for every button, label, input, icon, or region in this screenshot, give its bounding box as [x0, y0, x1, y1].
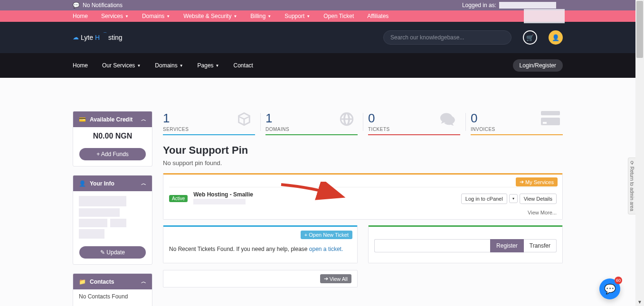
scroll-down-arrow[interactable]: ▼ — [635, 297, 644, 306]
transfer-domain-button[interactable]: Transfer — [524, 239, 557, 252]
view-all-button[interactable]: ➔ View All — [320, 274, 351, 283]
menu-support[interactable]: Support ▼ — [284, 13, 310, 19]
login-register-button[interactable]: Login/Register — [513, 59, 563, 72]
sidebar: 💳 Available Credit ︿ N0.00 NGN + Add Fun… — [73, 111, 152, 306]
stat-tickets[interactable]: 0 TICKETS — [368, 111, 460, 134]
site-navbar: Home Our Services ▼ Domains ▼ Pages ▼ Co… — [0, 53, 635, 78]
svg-rect-1 — [541, 118, 560, 125]
my-services-card: ➔ My Services Active Web Hosting - Small… — [163, 173, 563, 220]
menu-services[interactable]: Services ▼ — [101, 13, 129, 19]
menu-domains[interactable]: Domains ▼ — [142, 13, 170, 19]
view-details-button[interactable]: View Details — [520, 194, 557, 204]
comments-icon — [440, 111, 457, 130]
redacted-overlay — [524, 9, 565, 23]
search-input[interactable] — [390, 34, 504, 41]
stat-invoices[interactable]: 0 INVOICES — [471, 111, 563, 134]
your-info-card: 👤 Your Info ︿ ✎ Update — [73, 175, 152, 265]
credit-card-icon: 💳 — [79, 116, 86, 123]
arrow-right-icon: ➔ — [324, 276, 328, 282]
globe-icon — [339, 111, 355, 130]
open-new-ticket-button[interactable]: + Open New Ticket — [301, 231, 352, 239]
update-info-button[interactable]: ✎ Update — [79, 246, 146, 259]
cart-button[interactable]: 🛒 — [523, 30, 537, 45]
credit-amount: N0.00 NGN — [73, 127, 152, 145]
primary-menubar: Home Services ▼ Domains ▼ Website & Secu… — [0, 10, 635, 22]
domain-input[interactable] — [374, 239, 490, 252]
header-band: ☁ LyteH⌒sting 🛒 👤 — [0, 22, 635, 53]
notifications-indicator[interactable]: 💬 No Notifications — [73, 2, 123, 9]
nav-home[interactable]: Home — [73, 62, 88, 69]
stats-row: 1 SERVICES 1 DOMAINS — [163, 111, 563, 134]
support-pin-heading: Your Support Pin — [163, 144, 563, 157]
domain-register-card: Register Transfer — [368, 225, 563, 263]
available-credit-card: 💳 Available Credit ︿ N0.00 NGN + Add Fun… — [73, 111, 152, 167]
chevron-down-icon: ▾ — [512, 196, 514, 201]
stat-services[interactable]: 1 SERVICES — [163, 111, 255, 134]
brand-logo[interactable]: ☁ LyteH⌒sting — [73, 34, 123, 41]
svg-rect-2 — [543, 122, 547, 124]
chevron-down-icon: ▼ — [216, 64, 219, 68]
menu-open-ticket[interactable]: Open Ticket — [323, 13, 354, 19]
scrollbar-thumb[interactable] — [636, 1, 643, 58]
add-funds-button[interactable]: + Add Funds — [79, 148, 146, 160]
nav-domains[interactable]: Domains ▼ — [155, 62, 183, 69]
notifications-text: No Notifications — [83, 2, 123, 9]
chevron-down-icon: ▼ — [125, 14, 129, 19]
my-services-button[interactable]: ➔ My Services — [516, 177, 558, 186]
chevron-up-icon: ︿ — [141, 180, 146, 187]
plus-icon: + — [304, 232, 307, 238]
cart-icon: 🛒 — [526, 34, 534, 41]
contacts-empty-text: No Contacts Found — [73, 289, 152, 304]
recent-tickets-card: + Open New Ticket No Recent Tickets Foun… — [163, 225, 358, 263]
knowledgebase-search[interactable] — [383, 30, 511, 45]
wifi-icon: ⌒ — [103, 31, 107, 38]
chevron-down-icon: ▼ — [166, 14, 170, 19]
refresh-icon: ⟳ — [629, 161, 635, 165]
register-domain-button[interactable]: Register — [490, 239, 524, 252]
logged-in-as: Logged in as: — [462, 2, 556, 9]
chevron-up-icon: ︿ — [141, 278, 146, 285]
chevron-down-icon: ▼ — [137, 64, 141, 68]
cloud-icon: ☁ — [73, 34, 79, 41]
service-domain-redacted — [193, 199, 246, 204]
login-cpanel-button[interactable]: Log in to cPanel — [461, 194, 507, 204]
stat-domains[interactable]: 1 DOMAINS — [265, 111, 358, 134]
folder-icon: 📁 — [79, 278, 86, 285]
user-icon: 👤 — [79, 180, 86, 187]
menu-home[interactable]: Home — [73, 13, 88, 19]
nav-pages[interactable]: Pages ▼ — [198, 62, 219, 69]
svg-rect-0 — [541, 111, 560, 115]
chevron-down-icon: ▼ — [180, 64, 183, 68]
chat-unread-badge: 60 — [615, 277, 622, 284]
chevron-up-icon: ︿ — [141, 116, 146, 123]
menu-billing[interactable]: Billing ▼ — [250, 13, 271, 19]
view-more-services-link[interactable]: View More... — [169, 210, 557, 215]
menu-website-security[interactable]: Website & Security ▼ — [183, 13, 237, 19]
your-info-header[interactable]: 👤 Your Info ︿ — [73, 176, 152, 191]
open-ticket-link[interactable]: open a ticket. — [309, 246, 343, 252]
arrow-right-icon: ➔ — [520, 179, 524, 185]
login-cpanel-dropdown[interactable]: ▾ — [509, 194, 518, 203]
user-lock-icon: 👤 — [552, 34, 559, 41]
credit-card-icon — [541, 111, 560, 129]
logged-in-label: Logged in as: — [462, 2, 496, 9]
chat-icon: 💬 — [604, 283, 616, 295]
account-button[interactable]: 👤 — [549, 30, 563, 45]
menu-affiliates[interactable]: Affiliates — [367, 13, 388, 19]
page-scrollbar[interactable]: ▼ — [635, 0, 644, 306]
available-credit-header[interactable]: 💳 Available Credit ︿ — [73, 111, 152, 127]
chevron-down-icon: ▼ — [267, 14, 271, 19]
cube-icon — [236, 111, 252, 130]
contacts-header[interactable]: 📁 Contacts ︿ — [73, 274, 152, 289]
page-body: 💳 Available Credit ︿ N0.00 NGN + Add Fun… — [0, 78, 635, 306]
pencil-icon: ✎ — [100, 249, 105, 256]
chat-widget-button[interactable]: 💬 60 — [599, 278, 620, 299]
main-column: 1 SERVICES 1 DOMAINS — [163, 111, 563, 306]
nav-contact[interactable]: Contact — [234, 62, 253, 69]
nav-our-services[interactable]: Our Services ▼ — [102, 62, 141, 69]
return-to-admin-tab[interactable]: ⟳ Return to admin area — [628, 158, 635, 214]
support-pin-none: No support pin found. — [163, 159, 563, 167]
service-title: Web Hosting - Smallie — [193, 191, 253, 198]
chevron-down-icon: ▼ — [233, 14, 237, 19]
chat-icon: 💬 — [73, 2, 80, 9]
